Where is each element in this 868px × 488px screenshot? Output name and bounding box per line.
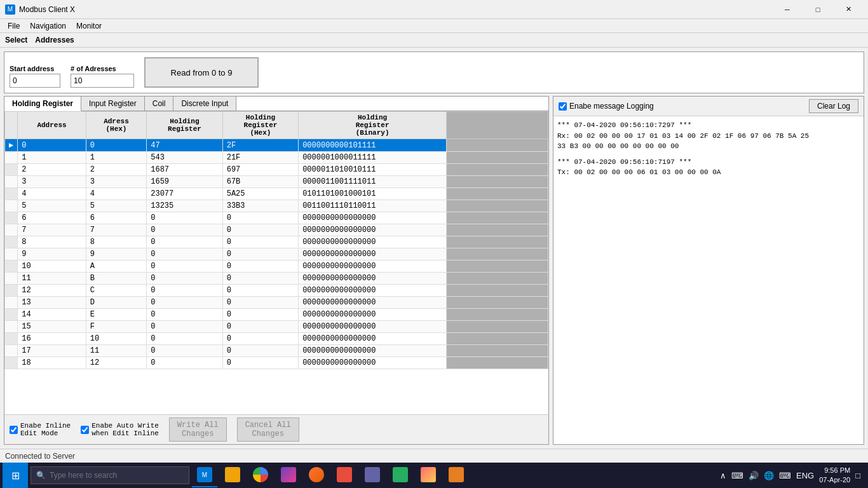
minimize-button[interactable]: ─ bbox=[773, 0, 802, 19]
auto-write-label: Enabe Auto Writewhen Edit Inline bbox=[92, 422, 159, 437]
cell-holding_reg: 0 bbox=[147, 224, 222, 236]
table-row[interactable]: 14E000000000000000000 bbox=[5, 309, 548, 321]
cell-holding_bin: 0000011010010111 bbox=[299, 164, 447, 176]
notification-icon[interactable]: □ bbox=[855, 471, 860, 480]
menu-navigation[interactable]: Navigation bbox=[25, 20, 71, 32]
cell-holding_hex: 0 bbox=[222, 297, 298, 309]
table-row[interactable]: 15F000000000000000000 bbox=[5, 321, 548, 333]
cell-holding_bin: 0000000000000000 bbox=[299, 248, 447, 261]
app2-icon bbox=[337, 467, 352, 482]
cell-addr_hex: 0 bbox=[86, 139, 147, 152]
table-row[interactable]: 88000000000000000000 bbox=[5, 236, 548, 248]
cell-address: 0 bbox=[18, 139, 86, 152]
row-arrow bbox=[5, 212, 18, 224]
start-address-input[interactable] bbox=[10, 74, 60, 88]
cell-holding_bin: 0000000000000000 bbox=[299, 236, 447, 248]
gray-cell bbox=[447, 357, 548, 369]
folder-icon bbox=[225, 467, 240, 482]
table-row[interactable]: 551323533B30011001110110011 bbox=[5, 200, 548, 212]
table-row[interactable]: 77000000000000000000 bbox=[5, 224, 548, 236]
firefox-icon bbox=[309, 467, 324, 482]
tab-discrete-input[interactable]: Discrete Input bbox=[173, 97, 236, 111]
tab-input-register[interactable]: Input Register bbox=[81, 97, 145, 111]
cell-holding_hex: 67B bbox=[222, 176, 298, 188]
cell-holding_reg: 0 bbox=[147, 345, 222, 357]
table-row[interactable]: 99000000000000000000 bbox=[5, 248, 548, 261]
num-addresses-input[interactable] bbox=[71, 74, 134, 88]
network-icon[interactable]: 🌐 bbox=[764, 471, 774, 480]
table-row[interactable]: 44230775A250101101001000101 bbox=[5, 188, 548, 200]
gray-cell bbox=[447, 212, 548, 224]
read-button[interactable]: Read from 0 to 9 bbox=[144, 57, 259, 88]
cell-holding_bin: 0000000000000000 bbox=[299, 309, 447, 321]
row-arrow bbox=[5, 309, 18, 321]
table-row[interactable]: 1154321F0000001000011111 bbox=[5, 152, 548, 164]
cell-addr_hex: 9 bbox=[86, 248, 147, 261]
col-addr-hex: Adress(Hex) bbox=[86, 112, 147, 139]
table-row[interactable]: 12C000000000000000000 bbox=[5, 285, 548, 297]
taskbar-app-folder[interactable] bbox=[220, 463, 245, 487]
cell-holding_reg: 13235 bbox=[147, 200, 222, 212]
maximize-button[interactable]: □ bbox=[803, 0, 832, 19]
chevron-up-icon[interactable]: ∧ bbox=[720, 471, 726, 480]
language-label[interactable]: ENG bbox=[796, 471, 814, 480]
taskbar-app-app3[interactable] bbox=[416, 463, 441, 487]
table-row[interactable]: ▶00472F0000000000101111 bbox=[5, 139, 548, 152]
auto-write-checkbox[interactable] bbox=[81, 426, 89, 434]
logging-checkbox[interactable] bbox=[559, 102, 567, 111]
inline-edit-group: Enabe InlineEdit Mode bbox=[10, 422, 71, 437]
cell-holding_bin: 0000000000000000 bbox=[299, 224, 447, 236]
cell-holding_reg: 0 bbox=[147, 248, 222, 261]
table-row[interactable]: 10A000000000000000000 bbox=[5, 261, 548, 273]
table-row[interactable]: 1711000000000000000000 bbox=[5, 345, 548, 357]
table-wrapper[interactable]: Address Adress(Hex) HoldingRegister Hold… bbox=[4, 111, 548, 414]
table-row[interactable]: 13D000000000000000000 bbox=[5, 297, 548, 309]
taskbar-app-vs[interactable] bbox=[360, 463, 385, 487]
taskbar-app-green[interactable] bbox=[388, 463, 413, 487]
tab-coil[interactable]: Coil bbox=[145, 97, 174, 111]
log-entry: *** 07-04-2020 09:56:10:7197 ***Tx: 00 0… bbox=[557, 157, 860, 178]
start-address-group: Start address bbox=[10, 65, 60, 88]
taskbar-app-app2[interactable] bbox=[332, 463, 357, 487]
clear-log-button[interactable]: Clear Log bbox=[809, 99, 858, 113]
cell-addr_hex: 2 bbox=[86, 164, 147, 176]
tabs: Holding Register Input Register Coil Dis… bbox=[4, 97, 548, 111]
menu-file[interactable]: File bbox=[3, 20, 25, 32]
cell-holding_bin: 0000000000000000 bbox=[299, 357, 447, 369]
table-row[interactable]: 11B000000000000000000 bbox=[5, 273, 548, 285]
table-row[interactable]: 2216876970000011010010111 bbox=[5, 164, 548, 176]
taskbar-app-orange[interactable] bbox=[444, 463, 469, 487]
cell-addr_hex: 11 bbox=[86, 345, 147, 357]
cell-address: 14 bbox=[18, 309, 86, 321]
cancel-all-button[interactable]: Cancel AllChanges bbox=[237, 417, 299, 442]
menu-bar: File Navigation Monitor bbox=[0, 19, 868, 33]
cell-address: 6 bbox=[18, 212, 86, 224]
table-row[interactable]: 1610000000000000000000 bbox=[5, 333, 548, 345]
cell-address: 12 bbox=[18, 285, 86, 297]
tab-holding-register[interactable]: Holding Register bbox=[4, 97, 81, 111]
search-input[interactable] bbox=[50, 471, 164, 480]
taskbar-app-chrome[interactable] bbox=[248, 463, 273, 487]
taskbar-app-app1[interactable] bbox=[276, 463, 301, 487]
table-row[interactable]: 1812000000000000000000 bbox=[5, 357, 548, 369]
taskbar-app-modbus[interactable]: M bbox=[192, 463, 217, 487]
menu-monitor[interactable]: Monitor bbox=[71, 20, 107, 32]
taskbar-app-firefox[interactable] bbox=[304, 463, 329, 487]
row-arrow bbox=[5, 224, 18, 236]
keyboard-icon[interactable]: ⌨ bbox=[731, 471, 743, 480]
cell-holding_hex: 0 bbox=[222, 261, 298, 273]
cell-address: 15 bbox=[18, 321, 86, 333]
start-button[interactable]: ⊞ bbox=[3, 463, 28, 488]
logging-label: Enabe message Logging bbox=[569, 102, 654, 111]
volume-icon[interactable]: 🔊 bbox=[749, 471, 759, 480]
write-all-button[interactable]: Write AllChanges bbox=[169, 417, 227, 442]
inline-edit-checkbox[interactable] bbox=[10, 426, 18, 434]
cell-addr_hex: D bbox=[86, 297, 147, 309]
close-button[interactable]: ✕ bbox=[834, 0, 863, 19]
log-content: *** 07-04-2020 09:56:10:7297 ***Rx: 00 0… bbox=[553, 116, 864, 444]
table-row[interactable]: 33165967B0000011001111011 bbox=[5, 176, 548, 188]
input-icon[interactable]: ⌨ bbox=[779, 471, 791, 480]
table-row[interactable]: 66000000000000000000 bbox=[5, 212, 548, 224]
cell-holding_hex: 21F bbox=[222, 152, 298, 164]
gray-cell bbox=[447, 309, 548, 321]
